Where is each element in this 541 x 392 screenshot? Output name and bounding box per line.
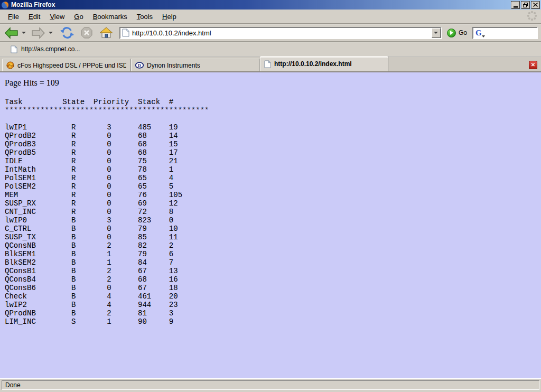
menu-bar: FileEditViewGoBookmarksToolsHelp xyxy=(0,10,541,24)
bookmark-label: http://as.cmpnet.co... xyxy=(21,45,80,53)
page-icon xyxy=(11,45,17,53)
menu-file[interactable]: File xyxy=(3,11,24,23)
back-button[interactable] xyxy=(3,26,20,40)
browser-content: Page Hits = 109 Task State Priority Stac… xyxy=(0,72,541,378)
title-bar: Mozilla Firefox xyxy=(0,0,541,10)
restore-button[interactable] xyxy=(521,1,530,9)
stop-button[interactable] xyxy=(79,25,94,40)
bookmark-item[interactable]: http://as.cmpnet.co... xyxy=(8,44,82,54)
menu-go[interactable]: Go xyxy=(69,11,88,23)
go-button[interactable] xyxy=(447,29,456,38)
svg-text:cFos: cFos xyxy=(6,63,14,67)
search-input[interactable]: G xyxy=(472,27,538,39)
close-button[interactable] xyxy=(531,1,540,9)
menu-bookmarks[interactable]: Bookmarks xyxy=(88,11,132,23)
tab-3-active[interactable]: http://10.0.10.2/index.html xyxy=(260,56,388,71)
tab-2[interactable]: DDynon Instruments xyxy=(131,59,259,71)
url-input[interactable]: http://10.0.10.2/index.html xyxy=(132,29,432,37)
page-icon xyxy=(122,29,129,37)
url-dropdown-button[interactable] xyxy=(432,28,441,38)
menu-tools[interactable]: Tools xyxy=(132,11,157,23)
back-dropdown-arrow[interactable] xyxy=(22,32,26,34)
throbber-icon xyxy=(526,10,538,23)
status-panel: Done xyxy=(2,380,539,390)
forward-button[interactable] xyxy=(30,26,46,40)
forward-dropdown-arrow[interactable] xyxy=(49,32,53,34)
page-hits-text: Page Hits = 109 xyxy=(5,78,541,88)
page-icon xyxy=(264,60,271,68)
menu-edit[interactable]: Edit xyxy=(24,11,45,23)
status-text: Done xyxy=(5,381,21,389)
task-table: Task State Priority Stack # ************… xyxy=(5,98,541,326)
dynon-icon: D xyxy=(135,62,144,69)
status-bar: Done xyxy=(0,378,541,392)
tab-label: http://10.0.10.2/index.html xyxy=(274,60,352,68)
bookmarks-toolbar: http://as.cmpnet.co... xyxy=(0,42,541,57)
navigation-toolbar: http://10.0.10.2/index.html Go G xyxy=(0,24,541,42)
menu-help[interactable]: Help xyxy=(157,11,181,23)
menu-view[interactable]: View xyxy=(45,11,69,23)
minimize-button[interactable] xyxy=(511,1,520,9)
url-bar[interactable]: http://10.0.10.2/index.html xyxy=(119,27,442,39)
reload-button[interactable] xyxy=(59,25,75,40)
svg-text:D: D xyxy=(138,63,141,68)
window-title: Mozilla Firefox xyxy=(11,1,510,8)
cfos-icon: cFos xyxy=(6,61,14,69)
google-search-icon[interactable]: G xyxy=(475,29,482,37)
tab-bar: cFoscFos Highspeed DSL / PPPoE und ISDN … xyxy=(0,57,541,72)
firefox-icon xyxy=(1,1,9,9)
tab-label: Dynon Instruments xyxy=(147,62,200,69)
tab-1[interactable]: cFoscFos Highspeed DSL / PPPoE und ISDN … xyxy=(2,59,130,71)
tab-close-button[interactable]: ✕ xyxy=(529,61,537,69)
home-button[interactable] xyxy=(98,25,114,40)
go-label[interactable]: Go xyxy=(459,29,467,36)
tab-label: cFos Highspeed DSL / PPPoE und ISDN CAP.… xyxy=(17,62,126,69)
